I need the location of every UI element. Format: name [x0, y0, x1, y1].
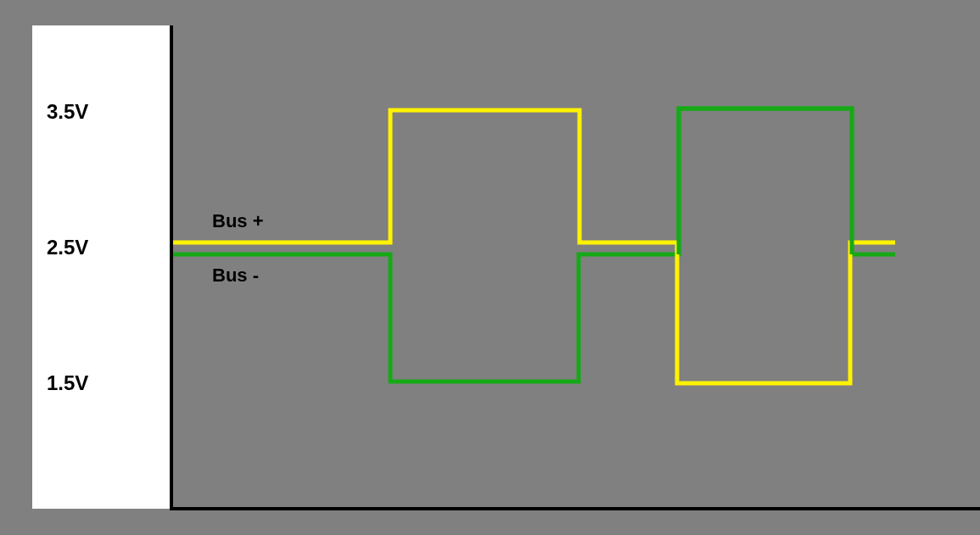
diagram-canvas: 3.5V 2.5V 1.5V Bus + Bus - [0, 0, 980, 535]
label-bus-minus: Bus - [212, 265, 259, 287]
trace-bus-plus [173, 110, 895, 383]
trace-bus-minus [173, 109, 895, 382]
y-tick-1-5v: 1.5V [47, 371, 88, 395]
y-axis-panel [32, 25, 170, 509]
y-tick-3-5v: 3.5V [47, 100, 88, 124]
y-tick-2-5v: 2.5V [47, 236, 88, 259]
y-axis [170, 25, 173, 510]
label-bus-plus: Bus + [212, 210, 264, 232]
trace-bus-minus-top-pulse [679, 109, 852, 254]
x-axis [170, 507, 980, 510]
